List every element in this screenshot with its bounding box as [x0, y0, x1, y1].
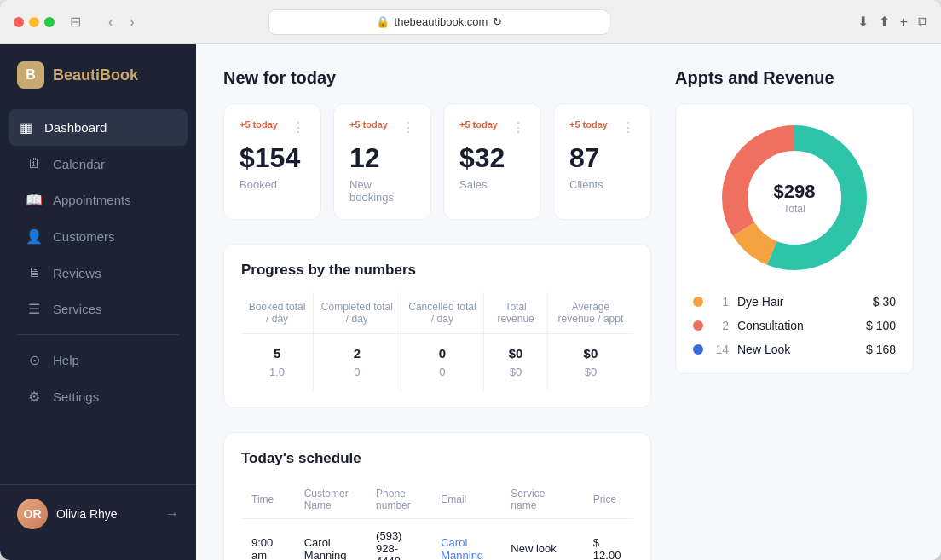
stat-card-bookings: +5 today ⋮ 12 New bookings	[333, 103, 431, 220]
share-button[interactable]: ⬆	[879, 14, 890, 30]
stat-value-clients: 87	[569, 143, 635, 173]
browser-actions: ⬇ ⬆ + ⧉	[857, 14, 927, 30]
sidebar: B BeautiBook ▦ Dashboard 🗓 Calendar 📖 Ap…	[0, 44, 196, 560]
progress-header-3: Total revenue	[484, 292, 548, 334]
legend-price-1: $ 100	[866, 319, 896, 332]
legend-item-1: 2 Consultation $ 100	[693, 319, 896, 332]
donut-center: $298 Total	[774, 181, 816, 215]
main-content: New for today +5 today ⋮ $154 Booked	[196, 44, 941, 560]
download-button[interactable]: ⬇	[857, 14, 869, 30]
stat-card-booked: +5 today ⋮ $154 Booked	[223, 103, 321, 220]
sidebar-item-appointments[interactable]: 📖 Appointments	[9, 182, 188, 218]
customers-icon: 👤	[26, 228, 43, 245]
sidebar-item-settings[interactable]: ⚙ Settings	[9, 378, 188, 415]
lock-icon: 🔒	[376, 15, 390, 28]
sched-header-service: Service name	[500, 481, 583, 519]
sched-price-0: $ 12.00	[583, 519, 633, 560]
stat-dots-booked[interactable]: ⋮	[292, 119, 305, 136]
sidebar-item-calendar[interactable]: 🗓 Calendar	[9, 146, 188, 182]
stat-dots-bookings[interactable]: ⋮	[401, 119, 415, 136]
progress-header-4: Average revenue / appt	[547, 292, 633, 334]
schedule-title: Today's schedule	[241, 450, 633, 467]
progress-subval-2: 0	[401, 364, 484, 390]
sidebar-label-customers: Customers	[53, 229, 115, 244]
right-panel-card: $298 Total 1 Dye Hair $ 30	[675, 103, 914, 374]
legend-items: 1 Dye Hair $ 30 2 Consultation $ 100	[693, 295, 896, 356]
legend-name-0: Dye Hair	[737, 295, 864, 309]
logo: B BeautiBook	[0, 61, 196, 109]
stat-label-booked: Booked	[240, 178, 305, 191]
sidebar-item-services[interactable]: ☰ Services	[9, 291, 188, 327]
stat-card-sales-header: +5 today ⋮	[459, 119, 525, 138]
progress-section: Progress by the numbers Booked total / d…	[223, 244, 651, 408]
stat-label-bookings: New bookings	[349, 178, 415, 204]
url-bar[interactable]: 🔒 thebeautibook.com ↻	[268, 9, 609, 35]
logo-icon: B	[17, 61, 44, 89]
legend-num-1: 2	[712, 319, 729, 332]
traffic-light-yellow[interactable]	[29, 17, 39, 27]
progress-val-2: 0	[401, 334, 484, 365]
traffic-light-green[interactable]	[44, 17, 55, 27]
stat-value-bookings: 12	[349, 143, 415, 173]
stat-dots-sales[interactable]: ⋮	[511, 119, 525, 136]
stat-badge-bookings: +5 today	[349, 119, 388, 130]
progress-table: Booked total / day Completed total / day…	[241, 292, 633, 390]
stat-dots-clients[interactable]: ⋮	[621, 119, 635, 136]
browser-bar: ⊟ ‹ › 🔒 thebeautibook.com ↻ ⬇ ⬆ + ⧉	[0, 0, 941, 44]
sched-service-0: New look	[500, 519, 583, 560]
services-icon: ☰	[26, 301, 43, 317]
traffic-light-red[interactable]	[14, 17, 24, 27]
app-layout: B BeautiBook ▦ Dashboard 🗓 Calendar 📖 Ap…	[0, 44, 941, 560]
sched-header-email: Email	[430, 481, 500, 519]
donut-amount: $298	[774, 181, 816, 203]
progress-header-1: Completed total / day	[314, 292, 401, 334]
legend-name-2: New Look	[737, 343, 857, 356]
stat-value-booked: $154	[240, 143, 305, 173]
reviews-icon: 🖥	[26, 265, 43, 280]
logo-text-1: Beauti	[53, 66, 100, 84]
progress-val-3: $0	[484, 334, 548, 365]
left-column: New for today +5 today ⋮ $154 Booked	[223, 68, 651, 560]
progress-val-1: 2	[314, 334, 401, 365]
progress-title: Progress by the numbers	[241, 262, 633, 279]
new-tab-button[interactable]: +	[900, 14, 908, 30]
legend-num-2: 14	[712, 343, 729, 356]
sidebar-item-dashboard[interactable]: ▦ Dashboard	[9, 109, 188, 146]
sched-header-price: Price	[583, 481, 633, 519]
sidebar-item-customers[interactable]: 👤 Customers	[9, 218, 188, 255]
sidebar-label-settings: Settings	[53, 390, 99, 404]
progress-subval-0: 1.0	[241, 364, 314, 390]
sched-time-0: 9:00 am	[241, 519, 294, 560]
sidebar-label-reviews: Reviews	[53, 266, 101, 280]
sched-email-0[interactable]: Carol Manning	[430, 519, 500, 560]
stat-cards: +5 today ⋮ $154 Booked +5 today ⋮ 12	[223, 103, 651, 220]
nav-divider	[17, 334, 179, 335]
sidebar-item-help[interactable]: ⊙ Help	[9, 342, 188, 378]
stat-value-sales: $32	[459, 143, 525, 173]
legend-name-1: Consultation	[737, 319, 857, 332]
sidebar-item-reviews[interactable]: 🖥 Reviews	[9, 255, 188, 291]
traffic-lights	[14, 17, 55, 27]
stat-label-sales: Sales	[459, 178, 525, 191]
user-section: OR Olivia Rhye →	[0, 484, 196, 543]
sidebar-label-help: Help	[53, 353, 79, 367]
progress-val-0: 5	[241, 334, 314, 365]
back-button[interactable]: ‹	[103, 13, 118, 32]
logout-button[interactable]: →	[165, 506, 179, 522]
new-for-today-title: New for today	[223, 68, 651, 88]
help-icon: ⊙	[26, 352, 43, 368]
sidebar-toggle-button[interactable]: ⊟	[65, 12, 86, 32]
legend-price-2: $ 168	[866, 343, 896, 356]
legend-item-0: 1 Dye Hair $ 30	[693, 295, 896, 309]
table-row: 9:00 am Carol Manning (593) 928-4448 Car…	[241, 519, 633, 560]
sched-header-customer: Customer Name	[294, 481, 366, 519]
settings-icon: ⚙	[26, 389, 43, 405]
forward-button[interactable]: ›	[124, 13, 139, 32]
progress-subval-4: $0	[547, 364, 633, 390]
calendar-icon: 🗓	[26, 156, 43, 171]
browser-nav: ‹ ›	[103, 13, 140, 32]
schedule-table: Time Customer Name Phone number Email Se…	[241, 481, 633, 560]
copy-tab-button[interactable]: ⧉	[918, 14, 927, 30]
url-text: thebeautibook.com	[395, 15, 488, 28]
refresh-icon[interactable]: ↻	[493, 15, 502, 28]
